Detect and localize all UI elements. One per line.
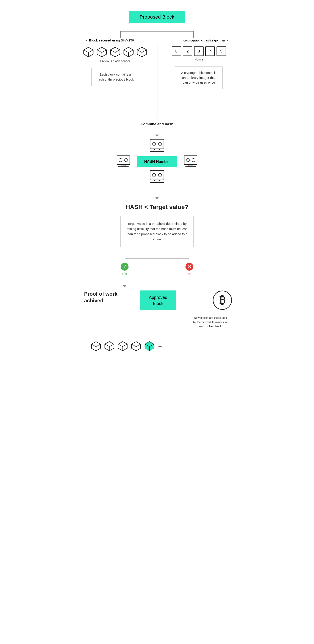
- yes-label: Yes: [122, 272, 127, 276]
- right-branch-line: [193, 31, 194, 38]
- svg-marker-51: [105, 342, 114, 346]
- bitcoin-icon: ₿: [213, 290, 232, 310]
- nonce-label: Nonce: [194, 58, 203, 61]
- diagram: Proposed Block < Block secured using SHA…: [73, 0, 241, 644]
- two-col-section: Previous block header Each block contain…: [73, 44, 241, 118]
- svg-point-33: [192, 158, 195, 162]
- proof-text: Proof of work achived: [84, 291, 118, 304]
- to-hash-arrow: [155, 197, 159, 199]
- no-label: No: [187, 272, 191, 276]
- svg-rect-28: [121, 164, 126, 166]
- cube-icon-3: [110, 46, 121, 58]
- combine-line: [157, 128, 157, 134]
- nonce-digit-2: 3: [194, 46, 204, 56]
- approved-block-label: Approved Block: [149, 295, 167, 306]
- cube-icon-4: [123, 46, 134, 58]
- computer-icon-right: [183, 155, 198, 168]
- svg-marker-12: [124, 47, 133, 52]
- bitcoin-section: ₿ New bitcoin are distributed by the net…: [183, 290, 234, 332]
- svg-point-40: [158, 174, 162, 177]
- nonce-digit-4: 5: [216, 46, 226, 56]
- combine-arrow: [155, 134, 159, 137]
- branch-section: ✓ ✕ Yes No: [103, 258, 211, 286]
- svg-marker-57: [132, 342, 141, 346]
- left-branch-line: [120, 31, 121, 38]
- right-label: cryptographic hash algorithm >: [183, 38, 228, 42]
- prev-block-info: Each block contains a hash of thr previo…: [91, 68, 139, 86]
- target-info-box: Target value is a threshold determined b…: [120, 216, 194, 247]
- svg-point-25: [119, 158, 122, 162]
- nonce-digit-0: 0: [172, 46, 181, 56]
- left-col: Previous block header Each block contain…: [73, 44, 157, 118]
- svg-rect-42: [155, 180, 159, 181]
- block-icons-row: [83, 46, 148, 58]
- combine-section: Combine and hash: [116, 120, 198, 258]
- nonce-info: A cryptographic nonce is an arbitrary in…: [175, 66, 223, 89]
- chain-cube-1: [91, 341, 101, 352]
- proof-label: Proof of work achived: [84, 290, 134, 304]
- cube-icon-2: [96, 46, 107, 58]
- single-computer: [149, 139, 165, 153]
- computer-icon-left: [116, 155, 131, 168]
- svg-point-32: [186, 158, 189, 162]
- hash-question: HASH < Target value?: [126, 204, 188, 210]
- computer-icon-bottom: [149, 170, 165, 183]
- svg-marker-54: [118, 342, 127, 346]
- nonce-boxes: 0 2 3 7 5: [172, 46, 226, 56]
- xmark-icon: ✕: [188, 264, 191, 269]
- approved-section: Approved Block: [134, 290, 183, 332]
- yes-circle: ✓: [121, 263, 129, 270]
- labels-row: < Block secured using SHA-256 cryptograp…: [73, 38, 241, 42]
- right-col: 0 2 3 7 5 Nonce A cryptographic nonce is…: [157, 44, 241, 118]
- bottom-section: Proof of work achived Approved Block ₿ N…: [73, 290, 241, 332]
- approved-down-line: [158, 310, 158, 319]
- connector-line: [157, 23, 157, 31]
- combine-label: Combine and hash: [141, 122, 173, 126]
- svg-point-26: [125, 158, 128, 162]
- branch-horiz-top: [120, 31, 194, 32]
- to-branch-line: [157, 247, 157, 258]
- bitcoin-info-box: New bitcoin are distributed by the netwo…: [189, 312, 232, 332]
- svg-marker-48: [91, 342, 101, 346]
- nonce-digit-3: 7: [205, 46, 215, 56]
- svg-marker-6: [97, 47, 107, 52]
- to-hash-line: [157, 186, 157, 197]
- hash-number-button[interactable]: HASH Number: [137, 156, 177, 167]
- proof-section: Proof of work achived: [80, 290, 134, 332]
- chain-cube-4: [131, 341, 142, 352]
- left-label: < Block secured using SHA-256: [86, 38, 134, 42]
- chain-section: ←: [73, 341, 241, 352]
- cube-icon-5: [136, 46, 148, 58]
- svg-text:₿: ₿: [220, 294, 225, 306]
- svg-marker-1: [84, 47, 93, 52]
- yes-arrow: [123, 285, 126, 288]
- computer-icon-top: [149, 139, 165, 152]
- chain-cube-teal: [144, 341, 155, 352]
- svg-marker-9: [110, 47, 120, 52]
- svg-rect-35: [188, 164, 193, 166]
- vertical-divider: [157, 44, 157, 118]
- svg-point-18: [152, 142, 156, 146]
- checkmark-icon: ✓: [123, 264, 127, 269]
- yes-down-line: [125, 271, 125, 286]
- approved-block-button[interactable]: Approved Block: [140, 290, 176, 310]
- nonce-digit-1: 2: [183, 46, 192, 56]
- bottom-computer: [149, 170, 165, 184]
- cube-icon-1: [83, 46, 94, 58]
- branch-horiz-line: [125, 258, 189, 258]
- chain-arrow-left: ←: [157, 343, 162, 349]
- svg-point-39: [152, 174, 156, 177]
- prev-header-label: Previous block header: [100, 60, 130, 63]
- proposed-block-button[interactable]: Proposed Block: [129, 11, 185, 23]
- chain-cube-3: [117, 341, 128, 352]
- chain-cube-2: [104, 341, 115, 352]
- svg-point-19: [158, 142, 162, 146]
- three-computers-row: HASH Number: [116, 155, 198, 168]
- no-circle: ✕: [185, 263, 193, 270]
- svg-rect-21: [155, 149, 159, 150]
- svg-marker-15: [137, 47, 147, 52]
